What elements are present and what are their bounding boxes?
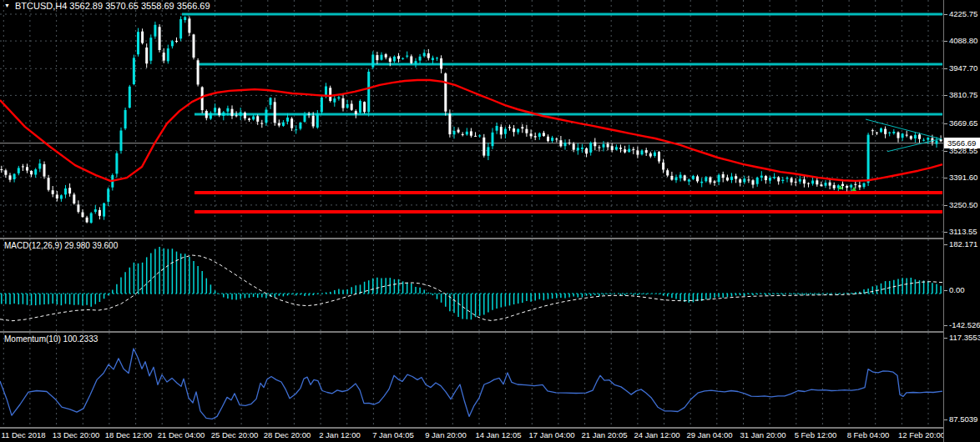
price-axis-label: 3947.70 [949,63,977,73]
momentum-line [0,349,942,419]
candle [543,133,545,136]
candle [274,102,276,123]
momentum-label: Momentum(10) 100.2333 [4,334,98,344]
candle [325,87,327,97]
candle [159,27,161,50]
candle [133,58,135,84]
time-axis-label: 14 Jan 12:05 [476,430,522,439]
candle [342,98,345,108]
candle [820,184,822,186]
candle [402,58,404,59]
candle [876,133,878,133]
candle [38,163,41,168]
candle [13,174,16,179]
candle [393,57,396,62]
candle [474,136,477,137]
price-axis[interactable]: 4225.754088.803947.703810.753669.653528.… [943,0,980,442]
candle [500,127,503,134]
macd-panel[interactable] [0,239,943,331]
candle [858,185,861,188]
price-axis-label: 3810.75 [949,90,977,99]
price-axis-label: 3669.65 [949,118,977,128]
axis-tick [944,68,947,69]
candle [636,151,639,155]
candle [619,148,622,149]
candle [829,183,831,186]
candle [654,153,656,156]
axis-tick [944,325,947,326]
candle [214,108,216,112]
candle [850,185,852,188]
axis-tick [944,290,947,291]
candle [299,123,301,128]
candle [99,210,101,216]
candle [568,143,571,143]
candle [880,128,882,132]
candle [777,178,780,182]
candle [577,148,579,150]
candle [265,110,267,123]
candle [256,116,259,122]
candle [355,111,357,114]
candle [538,133,541,137]
candle [226,108,229,112]
candle [367,72,370,112]
candle [436,58,438,58]
candle [551,138,553,141]
candle [684,175,686,180]
candle [329,88,331,101]
axis-tick [944,244,947,245]
candle [453,131,456,134]
candle [513,128,515,132]
candle [581,148,583,149]
candle [448,113,451,134]
candle [316,113,319,128]
candle [906,135,908,136]
candle [193,34,195,58]
candle [658,152,660,161]
candle [833,185,836,188]
chart-title-text: BTCUSD,H4 3562.89 3570.65 3558.69 3566.6… [15,1,210,11]
candle [321,98,323,112]
macd-label: MACD(12,26,9) 29.980 39.600 [4,241,118,250]
candle [786,178,789,178]
price-axis-label: 3391.60 [949,173,977,182]
momentum-panel[interactable] [0,333,943,427]
macd-axis-label: 182.171 [949,239,977,249]
candle [615,147,618,149]
time-axis-label: 25 Dec 20:00 [211,430,259,439]
candle [385,54,387,58]
candle [585,148,588,153]
candle [184,17,186,20]
candle [359,101,361,113]
axis-tick [944,123,947,124]
candle [559,140,562,146]
time-axis-label: 9 Jan 20:00 [425,430,467,439]
candle [696,177,699,182]
time-axis-label: 12 Feb 20:00 [898,430,943,439]
candle [48,178,50,190]
candle [940,139,942,141]
candle [803,179,806,183]
time-axis-label: 8 Feb 04:00 [847,430,890,439]
axis-tick [944,151,947,152]
price-panel[interactable] [0,0,943,238]
candle [171,41,174,46]
candle [462,134,464,135]
candle [86,218,88,223]
candle [795,182,797,183]
candle [508,127,511,128]
time-axis-label: 13 Dec 20:00 [53,430,100,439]
candle [470,131,472,135]
candle [124,110,127,128]
candle [210,113,212,119]
candle [492,133,494,146]
mt4-chart-window: 11 Dec 201813 Dec 20:0018 Dec 12:0021 De… [0,0,980,442]
candle [175,41,178,42]
candle [440,58,442,69]
price-axis-label: 4225.75 [949,9,977,18]
candle [52,190,54,194]
trend-line[interactable] [887,138,942,152]
time-axis[interactable]: 11 Dec 201813 Dec 20:0018 Dec 12:0021 De… [0,429,943,442]
macd-axis-label: -142.526 [949,320,980,329]
